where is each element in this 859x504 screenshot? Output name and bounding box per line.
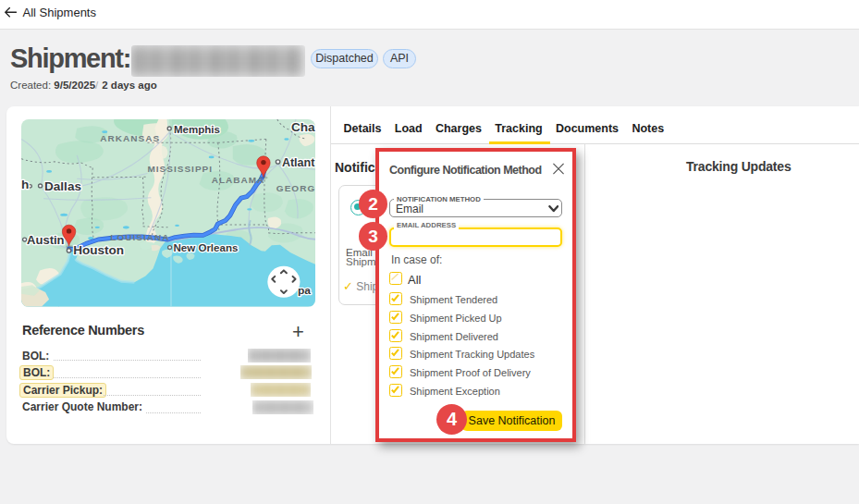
- svg-text:Cha: Cha: [291, 120, 315, 134]
- svg-text:Atlant: Atlant: [282, 156, 315, 169]
- svg-text:h: h: [21, 178, 29, 191]
- svg-text:Austin: Austin: [27, 233, 65, 247]
- svg-text:Houston: Houston: [73, 243, 124, 257]
- svg-text:ALABAMA: ALABAMA: [212, 175, 265, 185]
- svg-text:GEORGI: GEORGI: [276, 184, 315, 194]
- svg-text:New Orleans: New Orleans: [174, 242, 239, 253]
- svg-text:MISSISSIPPI: MISSISSIPPI: [147, 164, 213, 174]
- svg-text:ARKANSAS: ARKANSAS: [100, 133, 160, 143]
- svg-text:Memphis: Memphis: [174, 124, 220, 135]
- svg-text:LOUISIANA: LOUISIANA: [110, 232, 169, 242]
- svg-text:pa: pa: [298, 285, 311, 298]
- svg-text:Dallas: Dallas: [44, 179, 81, 193]
